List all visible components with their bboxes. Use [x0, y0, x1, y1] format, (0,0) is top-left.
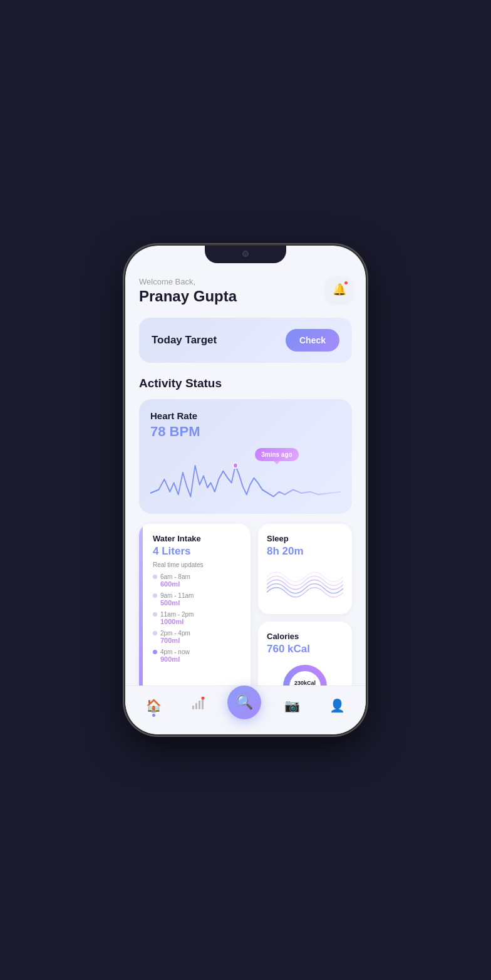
heart-rate-label: Heart Rate: [150, 410, 341, 421]
activity-icon: [191, 697, 205, 714]
today-target-card: Today Target Check: [139, 318, 352, 363]
water-value: 4 Liters: [153, 545, 242, 558]
heart-rate-value: 78 BPM: [150, 424, 341, 440]
header: Welcome Back, Pranay Gupta 🔔: [139, 277, 352, 305]
water-time-3: 11am - 2pm: [160, 611, 194, 618]
nav-camera[interactable]: 📷: [278, 694, 306, 717]
nav-activity[interactable]: [185, 693, 211, 717]
sleep-value: 8h 20m: [267, 545, 343, 558]
notification-button[interactable]: 🔔: [327, 277, 352, 302]
water-item: 2pm - 4pm 700ml: [153, 630, 242, 644]
nav-active-dot: [152, 714, 155, 717]
water-time-1: 6am - 8am: [160, 573, 190, 580]
sleep-wave-chart: [267, 564, 343, 602]
chart-tooltip: 3mins ago: [255, 448, 298, 461]
heart-rate-chart: 3mins ago: [150, 445, 341, 514]
calories-value: 760 kCal: [267, 643, 343, 655]
notification-badge: [344, 281, 348, 285]
svg-point-0: [233, 463, 237, 469]
water-time-2: 9am - 11am: [160, 592, 194, 599]
water-dot-1: [153, 575, 157, 579]
water-amount-5: 900ml: [160, 655, 242, 663]
target-title: Today Target: [152, 334, 217, 347]
phone-notch: [205, 246, 286, 263]
water-amount-2: 500ml: [160, 599, 242, 607]
sleep-card: Sleep 8h 20m: [258, 524, 352, 614]
user-name: Pranay Gupta: [139, 288, 237, 305]
screen-content: Welcome Back, Pranay Gupta 🔔 Today Targe…: [125, 246, 366, 734]
water-dot-5: [153, 650, 157, 654]
water-item: 4pm - now 900ml: [153, 649, 242, 663]
water-amount-1: 600ml: [160, 580, 242, 588]
water-item: 11am - 2pm 1000ml: [153, 611, 242, 625]
water-dot-4: [153, 631, 157, 635]
profile-icon: 👤: [329, 698, 345, 713]
camera-icon: 📷: [284, 698, 300, 713]
water-title: Water Intake: [153, 534, 242, 543]
calories-title: Calories: [267, 632, 343, 641]
nav-search[interactable]: 🔍: [227, 685, 261, 719]
check-button[interactable]: Check: [286, 329, 339, 352]
nav-profile[interactable]: 👤: [323, 694, 351, 717]
water-amount-3: 1000ml: [160, 618, 242, 625]
water-item: 6am - 8am 600ml: [153, 573, 242, 588]
phone-frame: Welcome Back, Pranay Gupta 🔔 Today Targe…: [125, 246, 366, 734]
water-amount-4: 700ml: [160, 637, 242, 644]
svg-rect-4: [195, 703, 197, 709]
water-item: 9am - 11am 500ml: [153, 592, 242, 607]
sleep-title: Sleep: [267, 534, 343, 543]
greeting-block: Welcome Back, Pranay Gupta: [139, 277, 237, 305]
home-icon: 🏠: [146, 698, 162, 713]
water-time-4: 2pm - 4pm: [160, 630, 190, 637]
water-dot-3: [153, 612, 157, 617]
camera: [242, 251, 249, 257]
nav-home[interactable]: 🏠: [140, 694, 168, 717]
water-dot-2: [153, 593, 157, 598]
svg-rect-3: [192, 706, 194, 709]
svg-rect-5: [199, 701, 200, 709]
screen: Welcome Back, Pranay Gupta 🔔 Today Targe…: [125, 246, 366, 734]
water-time-5: 4pm - now: [160, 649, 190, 655]
activity-section-title: Activity Status: [139, 377, 352, 390]
svg-rect-6: [202, 698, 204, 709]
bottom-navigation: 🏠 🔍 📷: [125, 685, 366, 734]
heart-rate-card: Heart Rate 78 BPM: [139, 399, 352, 514]
heart-rate-svg: [150, 445, 341, 514]
water-subtitle: Real time updates: [153, 561, 242, 568]
search-icon: 🔍: [236, 694, 253, 711]
welcome-text: Welcome Back,: [139, 277, 237, 286]
